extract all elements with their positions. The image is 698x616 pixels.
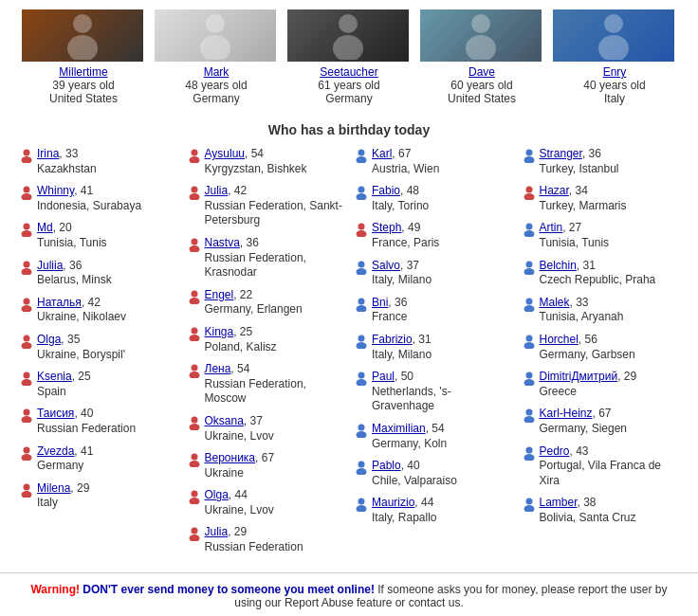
svg-point-33 [189, 193, 199, 200]
birthday-person-link[interactable]: Oksana [205, 414, 244, 427]
birthday-person-location: Ukraine, Lvov [205, 429, 274, 444]
birthday-person-location: Germany, Erlangen [205, 302, 303, 317]
person-icon [522, 408, 537, 423]
birthday-person-link[interactable]: Engel [205, 288, 234, 301]
person-icon [522, 371, 537, 386]
profile-name-2[interactable]: Seetaucher [287, 65, 411, 79]
birthday-person-link[interactable]: Steph [372, 221, 401, 234]
birthday-entry: Лена, 54Russian Federation, Moscow [187, 362, 345, 407]
birthday-person-link[interactable]: Olga [205, 488, 229, 501]
person-icon [354, 297, 369, 312]
birthday-person-link[interactable]: Md [37, 221, 53, 234]
person-icon [187, 452, 202, 467]
profile-info-1: 48 years oldGermany [155, 79, 278, 105]
birthday-person-text: Milena, 29Italy [37, 481, 89, 511]
birthday-person-link[interactable]: Pedro [540, 444, 570, 458]
birthday-person-link[interactable]: Kinga [205, 325, 234, 338]
birthday-person-link[interactable]: Paul [372, 370, 395, 383]
profile-card-2: Seetaucher61 years oldGermany [287, 9, 411, 105]
birthday-person-location: Tunisia, Aryanah [540, 310, 624, 325]
birthday-person-link[interactable]: Artin [540, 221, 563, 234]
svg-point-10 [24, 150, 30, 156]
birthday-person-text: Pedro, 43Portugal, Vila Franca de Xira [540, 444, 680, 489]
birthday-entry: Oksana, 37Ukraine, Lvov [187, 414, 345, 444]
person-icon [354, 334, 369, 349]
birthday-person-link[interactable]: Julia [205, 184, 229, 197]
profile-name-0[interactable]: Millertime [22, 65, 145, 79]
birthday-person-link[interactable]: Nastva [205, 236, 240, 249]
svg-point-55 [357, 230, 367, 237]
birthday-person-text: Maximilian, 54Germany, Koln [372, 422, 447, 451]
birthday-person-text: Таисия, 40Russian Federation [37, 407, 136, 436]
svg-point-43 [189, 424, 199, 430]
birthday-person-link[interactable]: Malek [540, 296, 570, 309]
svg-point-88 [525, 498, 532, 505]
birthday-person-text: Artin, 27Tunisia, Tunis [540, 221, 610, 250]
birthday-person-link[interactable]: Maurizio [372, 496, 414, 509]
svg-point-54 [358, 224, 365, 230]
birthday-person-location: Kazakhstan [37, 162, 97, 177]
birthday-person-text: Hazar, 34Turkey, Marmaris [540, 184, 627, 213]
birthday-person-link[interactable]: Julia [205, 525, 229, 538]
birthday-person-link[interactable]: Lamber [540, 496, 578, 509]
profile-name-1[interactable]: Mark [155, 65, 278, 79]
birthday-col-1: Aysuluu, 54Kyrgyzstan, Bishkek Julia, 42… [187, 147, 345, 555]
birthday-person-location: Germany, Garbsen [540, 348, 635, 363]
birthday-person-link[interactable]: Fabrizio [372, 333, 413, 346]
svg-point-70 [525, 150, 532, 156]
person-icon [522, 334, 537, 349]
svg-point-72 [525, 187, 532, 193]
svg-point-84 [525, 409, 532, 416]
birthday-person-text: Stranger, 36Turkey, Istanbul [540, 147, 619, 176]
profile-name-4[interactable]: Enry [553, 65, 676, 79]
birthday-entry: Zvezda, 41Germany [19, 444, 177, 474]
svg-point-7 [466, 35, 496, 60]
person-icon [522, 445, 537, 461]
birthday-person-location: Russian Federation, Krasnodar [205, 251, 345, 281]
birthday-person-text: Nastva, 36Russian Federation, Krasnodar [205, 236, 345, 281]
birthday-person-link[interactable]: Bni [372, 296, 388, 309]
birthday-person-link[interactable]: DimitriДмитрий [540, 370, 618, 383]
svg-point-18 [24, 298, 30, 304]
birthday-person-link[interactable]: Aysuluu [205, 147, 245, 160]
svg-point-2 [206, 14, 225, 33]
birthday-person-link[interactable]: Whinny [37, 184, 74, 197]
birthday-person-link[interactable]: Zvezda [37, 444, 74, 458]
birthday-person-text: Julia, 29Russian Federation [205, 525, 303, 554]
birthday-person-link[interactable]: Таисия [37, 407, 74, 420]
birthday-person-link[interactable]: Karl-Heinz [540, 407, 593, 420]
birthday-person-link[interactable]: Maximilian [372, 422, 426, 435]
svg-point-37 [189, 298, 199, 304]
birthday-person-link[interactable]: Karl [372, 147, 392, 160]
birthday-person-link[interactable]: Juliia [37, 259, 63, 272]
birthday-entry: Maurizio, 44Italy, Rapallo [354, 496, 512, 525]
svg-point-14 [24, 224, 30, 230]
profile-name-3[interactable]: Dave [420, 65, 543, 79]
birthday-person-link[interactable]: Stranger [540, 147, 582, 160]
birthday-person-link[interactable]: Вероника [205, 451, 256, 464]
birthday-person-link[interactable]: Наталья [37, 296, 82, 309]
birthday-person-link[interactable]: Irina [37, 147, 59, 160]
birthday-person-link[interactable]: Horchel [540, 333, 579, 346]
svg-point-34 [191, 238, 197, 245]
birthday-person-link[interactable]: Salvo [372, 259, 400, 272]
svg-point-56 [358, 261, 365, 267]
birthday-person-link[interactable]: Ksenia [37, 370, 72, 383]
birthday-person-text: Pablo, 40Chile, Valparaiso [372, 459, 457, 488]
warning-dont-text: DON'T ever send money to someone you mee… [83, 583, 375, 596]
birthday-person-text: DimitriДмитрий, 29Greece [540, 370, 637, 399]
birthday-entry: DimitriДмитрий, 29Greece [522, 370, 680, 399]
birthday-person-link[interactable]: Fabio [372, 184, 400, 197]
birthday-person-link[interactable]: Hazar [540, 184, 569, 197]
svg-point-44 [191, 454, 197, 461]
birthday-person-link[interactable]: Olga [37, 333, 61, 346]
birthday-person-link[interactable]: Pablo [372, 459, 401, 472]
birthday-person-link[interactable]: Belchin [540, 259, 577, 272]
birthday-person-link[interactable]: Лена [205, 362, 231, 375]
birthday-entry: Julia, 42Russian Federation, Sankt-Peter… [187, 184, 345, 228]
birthday-entry: Whinny, 41Indonesia, Surabaya [19, 184, 177, 213]
birthday-person-text: Aysuluu, 54Kyrgyzstan, Bishkek [205, 147, 307, 176]
birthday-person-link[interactable]: Milena [37, 481, 70, 495]
person-icon [522, 297, 537, 312]
svg-point-23 [22, 379, 32, 386]
